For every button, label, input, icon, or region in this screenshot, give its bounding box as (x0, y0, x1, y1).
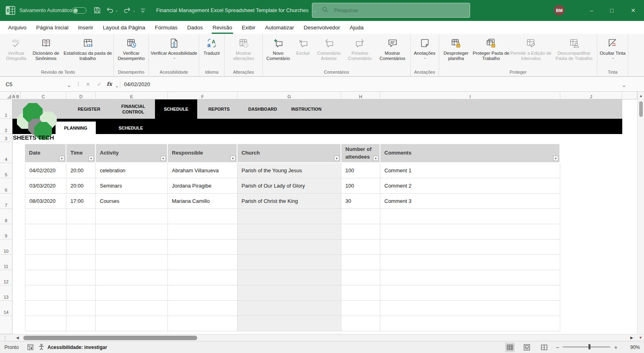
expand-formula-bar-icon[interactable]: ⌄ (622, 82, 626, 88)
filter-button[interactable]: ▾ (59, 156, 64, 161)
cell[interactable] (96, 316, 168, 331)
nav-tab-reports[interactable]: REPORTS (197, 99, 241, 119)
cell[interactable]: Abraham Villanueva (168, 163, 237, 178)
cell[interactable] (66, 239, 96, 255)
cell[interactable] (25, 239, 66, 255)
filter-button[interactable]: ▾ (89, 156, 94, 161)
column-header-number-of-attendees[interactable]: Number of attendees▾ (341, 144, 380, 163)
column-header-activity[interactable]: Activity▾ (96, 144, 168, 163)
cell[interactable] (96, 209, 168, 224)
menu-tab-revisao[interactable]: Revisão (208, 21, 237, 34)
column-header-blank[interactable] (622, 92, 637, 99)
filter-button[interactable]: ▾ (373, 156, 378, 161)
filter-button[interactable]: ▾ (230, 156, 235, 161)
column-header-date[interactable]: Date▾ (25, 144, 66, 163)
column-header-responsible[interactable]: Responsible▾ (168, 144, 237, 163)
cell[interactable]: 08/03/2020 (25, 194, 66, 209)
sheet-tabs-handle-icon[interactable]: ⋮ (3, 335, 7, 341)
column-header-c[interactable]: C (21, 92, 66, 99)
accessibility-status[interactable]: Acessibilidade: investigar (47, 345, 107, 350)
cell[interactable] (25, 285, 66, 301)
verificar-desempenho-button[interactable]: Verificar Desempenho (115, 35, 148, 68)
redo-icon[interactable] (123, 6, 131, 16)
zoom-out-icon[interactable]: − (556, 344, 559, 351)
row-header-14[interactable]: 14 (0, 301, 12, 316)
verificar-acessibilidade-button[interactable]: Verificar Acessibilidade⌄ (150, 35, 198, 68)
cell[interactable] (168, 224, 237, 239)
column-header-f[interactable]: F (168, 92, 237, 99)
autosave-toggle[interactable] (72, 7, 87, 14)
cell[interactable]: 20:00 (66, 163, 96, 178)
cell[interactable]: 03/03/2020 (25, 178, 66, 194)
column-header-d[interactable]: D (66, 92, 96, 99)
cell[interactable] (168, 301, 237, 316)
row-header-12[interactable]: 12 (0, 270, 12, 285)
desproteger-planilha-button[interactable]: Desproteger planilha (440, 35, 472, 68)
cell[interactable]: 100 (341, 178, 380, 194)
cell[interactable]: Seminars (96, 178, 168, 194)
dicionario-de-sinonimos-button[interactable]: Dicionário de Sinônimos (29, 35, 63, 68)
menu-tab-exibir[interactable]: Exibir (237, 21, 260, 34)
nav-tab-instruction[interactable]: INSTRUCTION (285, 99, 328, 119)
cell[interactable] (380, 270, 560, 285)
cell[interactable]: celebration (96, 163, 168, 178)
record-macro-icon[interactable] (27, 344, 33, 351)
scroll-up-icon[interactable]: ▲ (639, 94, 643, 98)
scroll-down-icon[interactable]: ▼ (639, 336, 642, 340)
proteger-pasta-de-trabalho-button[interactable]: Proteger Pasta de Trabalho (472, 35, 510, 68)
menu-tab-dados[interactable]: Dados (182, 21, 208, 34)
row-header-6[interactable]: 6 (0, 178, 12, 194)
column-header-church[interactable]: Church▾ (237, 144, 341, 163)
scroll-right-icon[interactable]: ▶ (630, 336, 633, 340)
fx-dropdown-icon[interactable]: ⌄ (115, 83, 119, 89)
cell[interactable] (66, 224, 96, 239)
avatar[interactable]: BM (554, 5, 565, 16)
cell[interactable] (341, 301, 380, 316)
cell[interactable] (96, 224, 168, 239)
novo-comentario-button[interactable]: Novo Comentário (264, 35, 293, 68)
cell[interactable] (341, 209, 380, 224)
cell[interactable] (66, 316, 96, 331)
ocultar-tinta-button[interactable]: Ocultar Tinta⌄ (598, 35, 627, 68)
enter-icon[interactable]: ✓ (97, 81, 101, 87)
undo-icon[interactable] (106, 6, 114, 16)
cell[interactable] (380, 239, 560, 255)
cell[interactable] (96, 285, 168, 301)
cell[interactable]: Mariana Camillo (168, 194, 237, 209)
cell[interactable] (96, 301, 168, 316)
zoom-slider-thumb[interactable] (588, 344, 590, 349)
column-header-j[interactable]: J (560, 92, 622, 99)
column-header-comments[interactable]: Comments▾ (380, 144, 560, 163)
window-title[interactable]: Financial Management Excel Spreadsheet T… (156, 7, 316, 13)
cell[interactable] (66, 301, 96, 316)
cell[interactable] (25, 209, 66, 224)
cell[interactable] (96, 270, 168, 285)
cell[interactable] (168, 239, 237, 255)
cell[interactable]: Comment 2 (380, 178, 560, 194)
cell[interactable]: 20:00 (66, 178, 96, 194)
menu-tab-formulas[interactable]: Fórmulas (150, 21, 182, 34)
cell[interactable]: 04/02/2020 (25, 163, 66, 178)
cell[interactable] (237, 316, 341, 331)
save-icon[interactable] (93, 6, 101, 16)
estatisticas-da-pasta-de-trabalho-button[interactable]: 123Estatísticas da pasta de trabalho (63, 35, 113, 68)
cell[interactable]: 100 (341, 163, 380, 178)
menu-tab-inserir[interactable]: Inserir (73, 21, 98, 34)
minimize-button[interactable]: – (582, 0, 601, 21)
subtab-planning[interactable]: PLANNING (56, 122, 96, 134)
menu-tab-automatizar[interactable]: Automatizar (260, 21, 299, 34)
zoom-in-icon[interactable]: + (614, 344, 617, 351)
cell[interactable] (380, 316, 560, 331)
cell[interactable] (380, 255, 560, 270)
subtab-schedule[interactable]: SCHEDULE (111, 122, 150, 134)
cell[interactable] (341, 316, 380, 331)
cell[interactable] (66, 270, 96, 285)
column-header-i[interactable]: I (380, 92, 560, 99)
cell[interactable] (341, 270, 380, 285)
select-all-corner[interactable] (0, 92, 12, 99)
cell[interactable] (341, 239, 380, 255)
column-header-time[interactable]: Time▾ (66, 144, 96, 163)
row-header-10[interactable]: 10 (0, 239, 12, 255)
cell[interactable] (25, 316, 66, 331)
cell[interactable] (380, 224, 560, 239)
